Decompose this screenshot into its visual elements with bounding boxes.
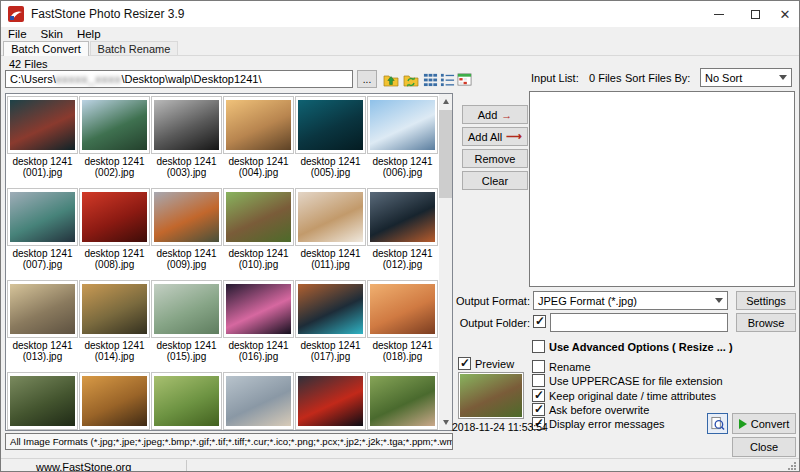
file-item[interactable]: desktop 1241(017).jpg xyxy=(295,280,366,362)
format-filter-dropdown[interactable]: All Image Formats (*.jpg;*.jpe;*.jpeg;*.… xyxy=(5,433,453,450)
file-item[interactable]: desktop 1241(002).jpg xyxy=(79,96,150,178)
file-item[interactable]: desktop 1241(023).jpg xyxy=(295,372,366,431)
option-label: Rename xyxy=(549,361,591,373)
file-item[interactable]: desktop 1241(020).jpg xyxy=(79,372,150,431)
remove-button[interactable]: Remove xyxy=(462,149,528,168)
app-window: FastStone Photo Resizer 3.9 ✕ File Skin … xyxy=(0,0,800,472)
folder-up-icon[interactable] xyxy=(382,71,399,88)
file-thumbnail-frame xyxy=(295,372,366,430)
tab-batch-rename[interactable]: Batch Rename xyxy=(90,41,178,55)
color-grid-icon[interactable] xyxy=(456,71,473,88)
file-thumbnail-frame xyxy=(79,188,150,246)
option-checkbox-keep-original[interactable] xyxy=(532,389,545,402)
file-item[interactable]: desktop 1241(022).jpg xyxy=(223,372,294,431)
browse-folder-dots-button[interactable]: ... xyxy=(357,70,377,88)
close-button[interactable]: Close xyxy=(732,437,796,457)
add-button[interactable]: Add → xyxy=(462,105,528,124)
file-thumbnail-image xyxy=(226,100,291,150)
scrollbar-thumb[interactable] xyxy=(439,110,452,198)
folder-path-input[interactable]: C:\Users\xxxxx_xxxx\Desktop\walp\Desktop… xyxy=(5,70,353,88)
file-item[interactable]: desktop 1241(019).jpg xyxy=(7,372,78,431)
thumbnail-view-icon[interactable] xyxy=(422,71,439,88)
sort-files-value: No Sort xyxy=(705,72,742,84)
file-item[interactable]: desktop 1241(009).jpg xyxy=(151,188,222,270)
option-checkbox-rename[interactable] xyxy=(532,360,545,373)
output-format-value: JPEG Format (*.jpg) xyxy=(538,295,637,307)
clear-button[interactable]: Clear xyxy=(462,171,528,190)
option-checkbox-use-uppercase[interactable] xyxy=(532,374,545,387)
statusbar-divider xyxy=(186,460,187,472)
scroll-up-arrow-icon[interactable] xyxy=(439,94,452,109)
file-item[interactable]: desktop 1241(007).jpg xyxy=(7,188,78,270)
close-window-button[interactable]: ✕ xyxy=(769,1,800,27)
folder-refresh-icon[interactable] xyxy=(402,71,419,88)
file-name-label: desktop 1241(006).jpg xyxy=(367,156,438,178)
option-checkbox-ask-before[interactable] xyxy=(532,403,545,416)
path-prefix: C:\Users\ xyxy=(10,73,56,85)
file-thumbnail-image xyxy=(82,192,147,242)
details-view-icon[interactable] xyxy=(439,71,456,88)
file-thumbnail-frame xyxy=(7,372,78,430)
file-item[interactable]: desktop 1241(015).jpg xyxy=(151,280,222,362)
file-item[interactable]: desktop 1241(008).jpg xyxy=(79,188,150,270)
preview-image xyxy=(460,374,522,417)
maximize-button[interactable] xyxy=(739,1,771,27)
thumbnail-scrollbar[interactable] xyxy=(439,94,452,430)
file-item[interactable]: desktop 1241(018).jpg xyxy=(367,280,438,362)
file-name-label: desktop 1241(012).jpg xyxy=(367,248,438,270)
sort-files-dropdown[interactable]: No Sort xyxy=(700,68,792,87)
file-item[interactable]: desktop 1241(016).jpg xyxy=(223,280,294,362)
file-thumbnail-frame xyxy=(223,96,294,154)
preview-checkbox[interactable] xyxy=(458,357,471,370)
file-item[interactable]: desktop 1241(006).jpg xyxy=(367,96,438,178)
file-thumbnail-image xyxy=(370,100,435,150)
menu-file[interactable]: File xyxy=(1,27,34,41)
file-name-label: desktop 1241(001).jpg xyxy=(7,156,78,178)
tab-batch-convert[interactable]: Batch Convert xyxy=(3,41,89,56)
title-bar: FastStone Photo Resizer 3.9 ✕ xyxy=(1,1,799,27)
file-item[interactable]: desktop 1241(005).jpg xyxy=(295,96,366,178)
file-name-label: desktop 1241(011).jpg xyxy=(295,248,366,270)
file-thumbnail-frame xyxy=(223,280,294,338)
file-thumbnail-frame xyxy=(151,188,222,246)
file-thumbnail-image xyxy=(10,100,75,150)
browse-button[interactable]: Browse xyxy=(736,313,796,332)
file-thumbnail-image xyxy=(82,284,147,334)
menu-help[interactable]: Help xyxy=(70,27,108,41)
file-item[interactable]: desktop 1241(012).jpg xyxy=(367,188,438,270)
add-all-button[interactable]: Add All ⟶ xyxy=(462,127,528,146)
file-item[interactable]: desktop 1241(011).jpg xyxy=(295,188,366,270)
preview-zoom-button[interactable] xyxy=(707,413,728,434)
output-folder-checkbox[interactable] xyxy=(533,315,546,328)
output-format-dropdown[interactable]: JPEG Format (*.jpg) xyxy=(533,291,728,310)
input-list-label: Input List: xyxy=(531,72,579,84)
file-item[interactable]: desktop 1241(024).jpg xyxy=(367,372,438,431)
settings-button[interactable]: Settings xyxy=(736,291,796,310)
input-file-list[interactable] xyxy=(529,91,795,287)
advanced-options-checkbox[interactable] xyxy=(532,340,545,353)
file-item[interactable]: desktop 1241(003).jpg xyxy=(151,96,222,178)
path-suffix: \Desktop\walp\Desktop1241\ xyxy=(121,73,261,85)
minimize-button[interactable] xyxy=(703,1,735,27)
file-thumbnail-image xyxy=(298,100,363,150)
scroll-down-arrow-icon[interactable] xyxy=(439,415,452,430)
output-folder-input[interactable] xyxy=(550,313,728,332)
file-name-label: desktop 1241(017).jpg xyxy=(295,340,366,362)
file-item[interactable]: desktop 1241(001).jpg xyxy=(7,96,78,178)
file-item[interactable]: desktop 1241(014).jpg xyxy=(79,280,150,362)
file-item[interactable]: desktop 1241(013).jpg xyxy=(7,280,78,362)
option-label: Ask before overwrite xyxy=(549,404,649,416)
file-thumbnail-frame xyxy=(295,96,366,154)
file-item[interactable]: desktop 1241(004).jpg xyxy=(223,96,294,178)
file-thumbnail-frame xyxy=(223,188,294,246)
file-count-label: 42 Files xyxy=(9,58,48,70)
file-thumbnail-image xyxy=(370,284,435,334)
menu-skin[interactable]: Skin xyxy=(34,27,70,41)
tab-bar: Batch Convert Batch Rename xyxy=(1,41,799,55)
website-link[interactable]: www.FastStone.org xyxy=(36,461,131,472)
file-item[interactable]: desktop 1241(010).jpg xyxy=(223,188,294,270)
resize-grip[interactable] xyxy=(787,461,797,471)
convert-button[interactable]: Convert xyxy=(732,413,796,434)
file-name-label: desktop 1241(018).jpg xyxy=(367,340,438,362)
file-item[interactable]: desktop 1241(021).jpg xyxy=(151,372,222,431)
